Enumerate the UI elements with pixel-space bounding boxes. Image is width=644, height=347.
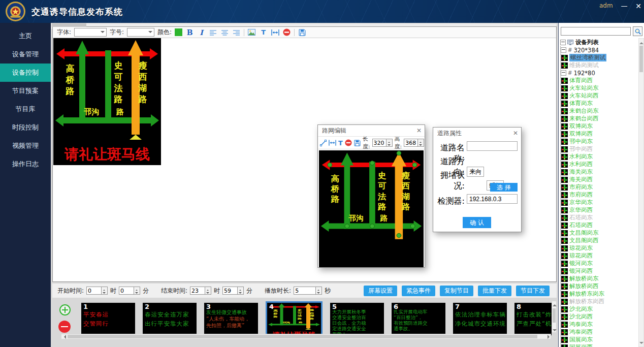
- scrollbar-thumb[interactable]: [639, 46, 643, 72]
- length-input[interactable]: [372, 139, 387, 147]
- spin-up-icon[interactable]: [205, 287, 211, 291]
- insert-text-button[interactable]: T: [338, 139, 343, 147]
- dialog-titlebar[interactable]: 道路属性 ✕: [433, 128, 521, 139]
- end-hour-stepper[interactable]: [190, 287, 211, 295]
- device-name[interactable]: 体育岗西: [569, 77, 593, 84]
- minimize-icon[interactable]: —: [619, 1, 630, 11]
- sidebar-item-5[interactable]: 节目库: [0, 100, 51, 118]
- device-name[interactable]: 体育岗东: [569, 100, 593, 107]
- device-name[interactable]: 来鹤台岗西: [569, 115, 599, 122]
- led-sign-preview[interactable]: 高桥路史可法路瘦西湖路邗沟路请礼让斑马线: [53, 38, 161, 165]
- close-icon[interactable]: ✕: [513, 128, 518, 139]
- close-icon[interactable]: ✕: [633, 1, 644, 11]
- tree-device[interactable]: 双博岗西: [561, 130, 637, 138]
- playlist-vertical-scrollbar[interactable]: [552, 301, 557, 333]
- sidebar-item-3[interactable]: 设备控制: [0, 64, 51, 82]
- insert-image-button[interactable]: [247, 28, 256, 37]
- spin-up-icon[interactable]: [238, 287, 243, 291]
- scrollbar-thumb[interactable]: [553, 308, 556, 323]
- tree-group-192*80[interactable]: #192*80: [561, 69, 637, 77]
- duration-input[interactable]: [294, 287, 316, 295]
- roadnet-canvas[interactable]: 高桥路史可法路瘦西湖路邗沟路: [319, 150, 424, 267]
- tree-group-320*384[interactable]: #320*384: [561, 46, 637, 54]
- device-name[interactable]: 来鹤台岗东: [569, 107, 599, 115]
- tree-device[interactable]: 双博岗东: [561, 122, 637, 130]
- delete-button[interactable]: [282, 28, 291, 37]
- device-name[interactable]: 解放桥岗东: [569, 275, 599, 282]
- start-minute-input[interactable]: [119, 287, 134, 295]
- tree-device[interactable]: 螺丝湾桥测试: [561, 54, 637, 61]
- road-width-button[interactable]: [271, 28, 279, 37]
- device-name[interactable]: 石塔岗西: [569, 222, 593, 229]
- sidebar-item-7[interactable]: 视频管理: [0, 137, 51, 155]
- tree-device[interactable]: 市府岗西: [561, 191, 637, 199]
- tree-device[interactable]: 琼花岗东: [561, 244, 637, 252]
- sidebar-item-2[interactable]: 设备管理: [0, 45, 51, 64]
- tree-device[interactable]: 沙北岗西: [561, 313, 637, 321]
- playlist-item-6[interactable]: 6扎实开展电动车“百日整治”，有效预防道路交通事故。: [392, 303, 445, 335]
- scroll-up-icon[interactable]: [553, 302, 557, 306]
- height-input[interactable]: [404, 139, 418, 147]
- playlist-item-4[interactable]: 4高桥路史可法路瘦西湖路邗沟路请礼让斑马线: [266, 301, 323, 338]
- spin-down-icon[interactable]: [387, 143, 392, 146]
- device-name[interactable]: 京华岗东: [569, 199, 593, 206]
- road-name-input[interactable]: [467, 141, 518, 151]
- tree-device[interactable]: 鸿泰岗东: [561, 321, 637, 328]
- select-detector-button[interactable]: 选 择: [490, 183, 518, 192]
- tree-device[interactable]: 京华岗东: [561, 199, 637, 206]
- device-name[interactable]: 鸿泰岗东: [569, 321, 593, 328]
- device-name[interactable]: 双博岗西: [569, 130, 593, 138]
- tree-device[interactable]: 水利岗东: [561, 153, 637, 161]
- device-name[interactable]: 火车站岗西: [569, 92, 599, 100]
- device-name[interactable]: 市府岗西: [569, 191, 593, 199]
- device-name[interactable]: 琼花岗西: [569, 252, 593, 260]
- tree-device[interactable]: 体育岗东: [561, 100, 637, 107]
- font-family-select[interactable]: [74, 28, 107, 37]
- spin-up-icon[interactable]: [316, 287, 321, 291]
- tree-device[interactable]: 海关岗东: [561, 168, 637, 176]
- tree-device[interactable]: 邗中岗西: [561, 145, 637, 153]
- device-search-input[interactable]: [561, 27, 631, 36]
- bold-button[interactable]: B: [185, 28, 194, 37]
- tree-device[interactable]: 来鹤台岗西: [561, 115, 637, 122]
- sidebar-item-8[interactable]: 操作日志: [0, 155, 51, 173]
- tree-device[interactable]: 解放桥岗西: [561, 282, 637, 290]
- device-name[interactable]: 解放桥东岗西: [569, 298, 604, 305]
- detector-input[interactable]: [467, 194, 518, 204]
- spin-up-icon[interactable]: [387, 139, 392, 143]
- draw-line-button[interactable]: [320, 139, 327, 147]
- add-program-button[interactable]: [59, 304, 71, 316]
- device-name[interactable]: 螺丝湾桥测试: [569, 54, 606, 61]
- tree-device[interactable]: 文昌阁岗东: [561, 229, 637, 237]
- spin-down-icon[interactable]: [102, 291, 107, 294]
- playlist-horizontal-scrollbar[interactable]: [61, 334, 551, 339]
- collapse-icon[interactable]: [561, 47, 566, 53]
- tree-device[interactable]: 解放桥东岗东: [561, 290, 637, 298]
- tree-device[interactable]: 水利岗西: [561, 161, 637, 168]
- device-name[interactable]: 国展岗西: [569, 343, 593, 347]
- device-name[interactable]: 维扬岗测试: [569, 61, 599, 69]
- insert-text-button[interactable]: T: [259, 28, 268, 37]
- device-name[interactable]: 水利岗西: [569, 161, 593, 168]
- playlist-item-2[interactable]: 2春运安全连万家出行平安靠大家: [143, 303, 197, 335]
- spin-down-icon[interactable]: [134, 291, 140, 294]
- spin-up-icon[interactable]: [134, 287, 140, 291]
- scrollbar-thumb[interactable]: [68, 335, 537, 338]
- tree-device[interactable]: 国展岗东: [561, 336, 637, 343]
- action-button-2[interactable]: 紧急事件: [402, 286, 435, 296]
- device-name[interactable]: 邗中岗东: [569, 138, 593, 145]
- spin-down-icon[interactable]: [238, 291, 243, 294]
- device-name[interactable]: 文昌阁岗东: [569, 229, 599, 237]
- tree-device[interactable]: 海关岗西: [561, 176, 637, 183]
- scroll-left-icon[interactable]: [62, 335, 66, 339]
- tree-device[interactable]: 解放桥岗东: [561, 275, 637, 282]
- playlist-item-5[interactable]: 5大力开展秋冬季交通安全整治百日会战，全力稳定道路交通安全形势！: [330, 303, 384, 335]
- dialog-titlebar[interactable]: 路网编辑 ✕: [318, 125, 425, 137]
- tree-device[interactable]: 国展岗西: [561, 343, 637, 347]
- device-name[interactable]: 火车站岗东: [569, 84, 599, 92]
- device-name[interactable]: 石塔岗东: [569, 214, 593, 222]
- spin-up-icon[interactable]: [102, 287, 107, 291]
- scroll-up-icon[interactable]: [639, 40, 643, 44]
- end-minute-input[interactable]: [222, 287, 238, 295]
- tree-device[interactable]: 体育岗西: [561, 77, 637, 84]
